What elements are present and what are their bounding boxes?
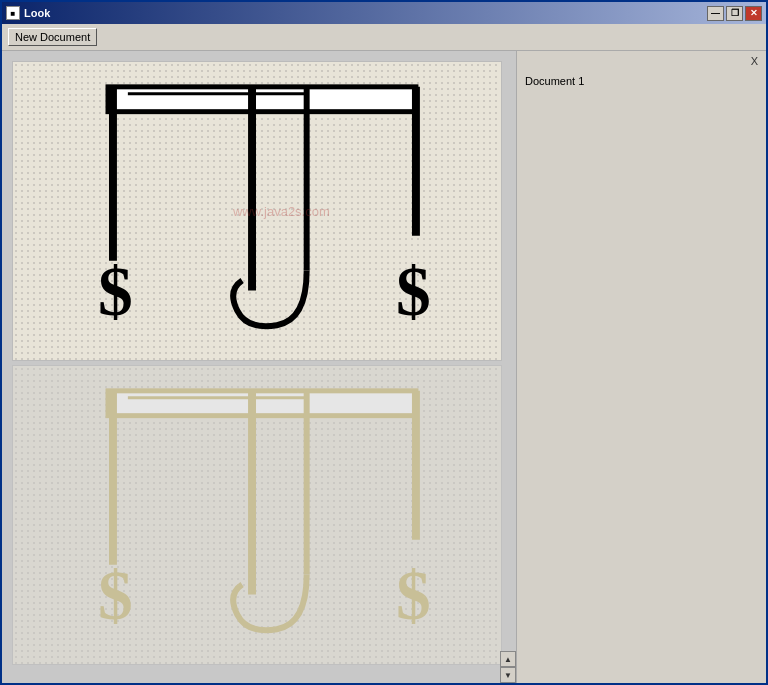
panel-close-button[interactable]: X <box>751 55 758 67</box>
new-document-button[interactable]: New Document <box>8 28 97 46</box>
main-window: ■ Look — ❐ ✕ New Document <box>0 0 768 685</box>
scroll-controls: ▲ ▼ <box>500 651 516 683</box>
app-icon: ■ <box>6 6 20 20</box>
page-2: $ $ <box>12 365 502 665</box>
page-container: $ $ www.java2s.com <box>2 51 516 675</box>
page-1: $ $ www.java2s.com <box>12 61 502 361</box>
svg-text:$: $ <box>396 253 431 330</box>
minimize-button[interactable]: — <box>707 6 724 21</box>
svg-rect-0 <box>108 87 416 112</box>
window-title: Look <box>24 7 50 19</box>
page-1-drawing: $ $ <box>13 62 501 360</box>
scroll-down-button[interactable]: ▼ <box>500 667 516 683</box>
main-area: $ $ www.java2s.com <box>2 51 766 683</box>
title-bar-left: ■ Look <box>6 6 50 20</box>
icon-glyph: ■ <box>11 9 16 18</box>
scroll-up-button[interactable]: ▲ <box>500 651 516 667</box>
window-controls: — ❐ ✕ <box>707 6 762 21</box>
svg-text:$: $ <box>98 253 133 330</box>
svg-text:$: $ <box>396 557 431 634</box>
svg-text:$: $ <box>98 557 133 634</box>
document-1-label: Document 1 <box>525 75 758 87</box>
page-2-drawing: $ $ <box>13 366 501 664</box>
restore-button[interactable]: ❐ <box>726 6 743 21</box>
close-button[interactable]: ✕ <box>745 6 762 21</box>
canvas-area[interactable]: $ $ www.java2s.com <box>2 51 516 683</box>
svg-rect-8 <box>108 391 416 416</box>
title-bar: ■ Look — ❐ ✕ <box>2 2 766 24</box>
toolbar: New Document <box>2 24 766 51</box>
doc-panel: X Document 1 <box>516 51 766 683</box>
